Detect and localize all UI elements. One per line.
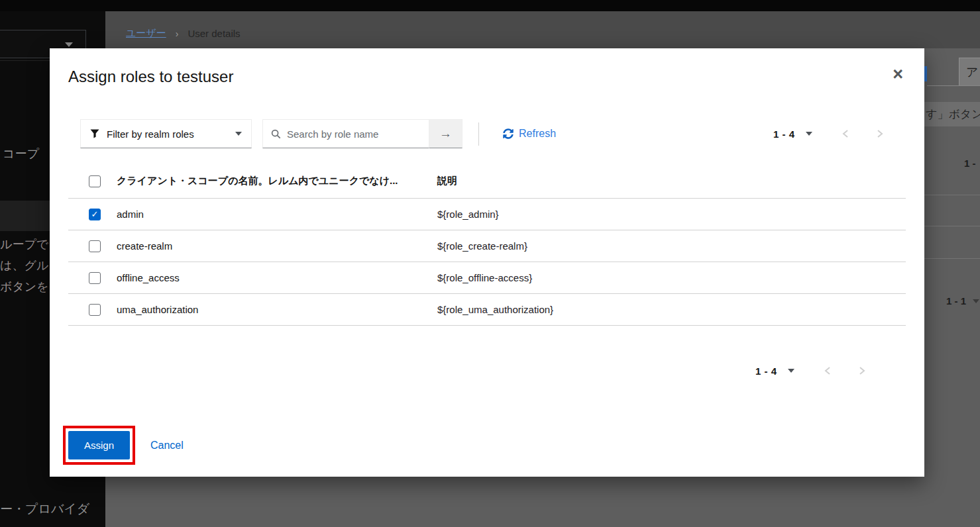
table-header-row: クライアント・スコープの名前。レルム内でユニークでなけ... 説明: [68, 164, 906, 199]
table-row: offline_access ${role_offline-access}: [68, 262, 906, 294]
row-name: create-realm: [117, 240, 437, 252]
chevron-down-icon[interactable]: [806, 132, 812, 136]
background-tab[interactable]: ア: [959, 58, 980, 86]
table-row: uma_authorization ${role_uma_authorizati…: [68, 294, 906, 326]
row-checkbox[interactable]: [89, 240, 101, 252]
row-description: ${role_offline-access}: [437, 272, 906, 283]
role-search-group: [262, 119, 429, 148]
search-submit-button[interactable]: →: [429, 119, 463, 148]
filter-icon: [90, 129, 99, 138]
toolbar-divider: [478, 122, 479, 146]
roles-table: クライアント・スコープの名前。レルム内でユニークでなけ... 説明 ✓ admi…: [68, 164, 906, 326]
previous-page-button[interactable]: [824, 365, 832, 376]
cancel-button[interactable]: Cancel: [150, 431, 184, 459]
filter-dropdown-label: Filter by realm roles: [107, 128, 228, 140]
assign-roles-modal: Assign roles to testuser × Filter by rea…: [50, 48, 924, 477]
sidebar-text-fragment: ボタンを: [0, 279, 49, 295]
breadcrumb: ユーザー › User details: [126, 27, 241, 40]
background-pagination-top: 1 -: [964, 158, 976, 169]
breadcrumb-separator: ›: [176, 28, 179, 39]
screen: ユーザー › User details コープ ループで は、グル ボタンを ー…: [0, 0, 980, 527]
sidebar-text-fragment: ループで: [0, 236, 48, 252]
row-description: ${role_uma_authorization}: [437, 304, 906, 315]
column-header-name: クライアント・スコープの名前。レルム内でユニークでなけ...: [117, 175, 437, 187]
background-text-band: す」ボタン: [924, 102, 980, 126]
breadcrumb-users-link[interactable]: ユーザー: [126, 27, 166, 40]
pagination-range: 1 - 4: [755, 365, 777, 377]
close-icon[interactable]: ×: [893, 66, 903, 83]
active-tab-indicator: [924, 66, 927, 81]
refresh-button[interactable]: Refresh: [503, 119, 556, 148]
chevron-down-icon: [65, 42, 73, 47]
pagination-range: 1 - 4: [773, 128, 795, 140]
chevron-down-icon: [235, 132, 242, 136]
search-icon: [271, 129, 281, 139]
row-description: ${role_create-realm}: [437, 240, 906, 252]
next-page-button[interactable]: [876, 128, 884, 139]
filter-by-realm-roles-dropdown[interactable]: Filter by realm roles: [80, 119, 252, 148]
background-row-divider: [924, 195, 980, 195]
sidebar-item-identity-providers[interactable]: ー・プロバイダ: [0, 501, 89, 518]
refresh-label: Refresh: [519, 128, 556, 140]
masthead-bar: [0, 0, 980, 11]
select-all-checkbox[interactable]: [89, 175, 101, 187]
annotation-highlight-box: Assign: [63, 426, 135, 465]
role-table-body: ✓ admin ${role_admin} create-realm ${rol…: [68, 199, 906, 326]
column-header-description: 説明: [437, 175, 906, 187]
assign-button[interactable]: Assign: [68, 431, 130, 459]
breadcrumb-current: User details: [188, 28, 240, 39]
next-page-button[interactable]: [858, 365, 866, 376]
pagination-bottom: 1 - 4: [755, 356, 866, 385]
search-input[interactable]: [287, 128, 421, 140]
row-name: admin: [117, 209, 437, 220]
sidebar-text-fragment: は、グル: [0, 258, 48, 273]
refresh-icon: [503, 128, 514, 139]
background-pagination-bottom: 1 - 1: [946, 295, 979, 307]
sidebar-item-client-scopes[interactable]: コープ: [3, 146, 39, 162]
tab-underline: [927, 85, 980, 86]
background-row-divider: [924, 226, 980, 226]
chevron-down-icon[interactable]: [788, 369, 794, 373]
content-top-bar: ユーザー › User details: [105, 11, 980, 48]
row-checkbox[interactable]: [89, 304, 101, 316]
row-name: uma_authorization: [117, 304, 437, 315]
pagination-top: 1 - 4: [773, 119, 884, 148]
row-checkbox[interactable]: [89, 272, 101, 284]
modal-title: Assign roles to testuser: [68, 68, 233, 86]
table-row: ✓ admin ${role_admin}: [68, 199, 906, 230]
row-description: ${role_admin}: [437, 209, 906, 220]
row-name: offline_access: [117, 272, 437, 283]
row-checkbox[interactable]: ✓: [89, 209, 101, 220]
table-row: create-realm ${role_create-realm}: [68, 230, 906, 262]
previous-page-button[interactable]: [842, 128, 849, 139]
background-row-divider: [924, 258, 980, 259]
